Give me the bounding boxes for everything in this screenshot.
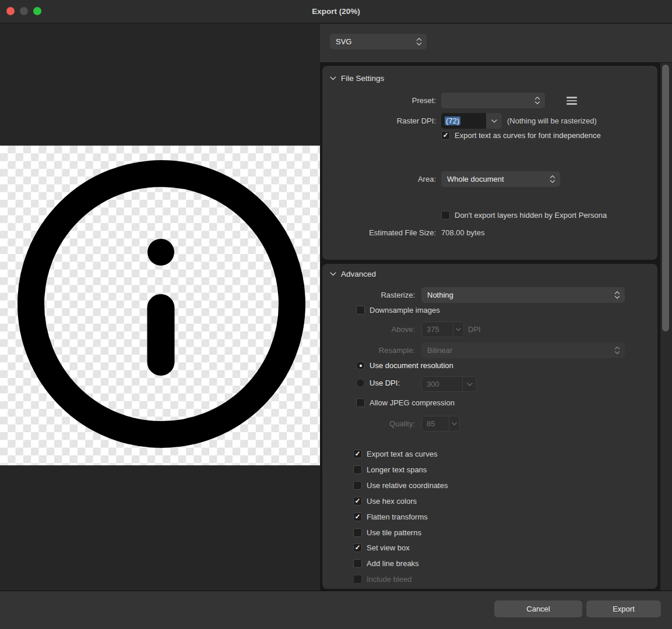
chevron-down-icon	[462, 377, 476, 391]
title-bar: Export (20%)	[0, 0, 672, 23]
advanced-section: Advanced Rasterize: Nothing Downsample i…	[322, 264, 657, 589]
option-row-use-hex-colors[interactable]: ✓Use hex colors	[353, 497, 417, 506]
advanced-title: Advanced	[341, 270, 376, 278]
radio[interactable]	[356, 361, 365, 370]
chevron-down-icon[interactable]	[485, 113, 502, 129]
checkbox[interactable]	[353, 465, 362, 474]
option-row-set-view-box[interactable]: ✓Set view box	[353, 543, 410, 552]
stepper-icon	[614, 291, 620, 299]
scrollbar-thumb[interactable]	[662, 65, 669, 331]
cancel-button[interactable]: Cancel	[494, 600, 582, 617]
radio[interactable]	[356, 379, 365, 387]
stepper-icon	[614, 346, 620, 355]
checkbox[interactable]	[353, 528, 362, 537]
estimated-size-value: 708.00 bytes	[441, 227, 484, 239]
stepper-icon	[550, 175, 555, 183]
use-dpi-radio-row[interactable]: Use DPI:	[356, 379, 400, 387]
estimated-size-label: Estimated File Size:	[322, 227, 436, 239]
chevron-down-icon	[449, 416, 459, 431]
hidden-layers-checkbox-row[interactable]: Don't export layers hidden by Export Per…	[441, 211, 607, 220]
dialog-footer: Cancel Export	[0, 591, 672, 629]
checkbox-label: Include bleed	[367, 575, 411, 584]
resample-label: Resample:	[322, 342, 415, 358]
checkbox-label: Use tile patterns	[367, 528, 421, 537]
above-value: 375	[422, 322, 453, 337]
window-title: Export (20%)	[0, 0, 672, 23]
chevron-down-icon	[453, 322, 463, 337]
checkbox[interactable]: ✓	[441, 131, 450, 140]
radio-label: Use DPI:	[370, 379, 400, 387]
export-text-curves-font-checkbox-row[interactable]: ✓ Export text as curves for font indepen…	[441, 131, 601, 140]
checkbox[interactable]: ✓	[353, 497, 362, 506]
checkbox[interactable]: ✓	[353, 543, 362, 552]
checkbox-label: Use relative coordinates	[367, 481, 448, 490]
format-select[interactable]: SVG	[330, 34, 427, 50]
file-settings-title: File Settings	[341, 74, 384, 83]
quality-combo: 85	[421, 416, 460, 432]
area-label: Area:	[322, 171, 436, 187]
quality-value: 85	[422, 416, 449, 431]
info-icon-artwork	[0, 146, 320, 465]
stepper-icon	[416, 37, 422, 46]
resample-select-value: Bilinear	[427, 346, 452, 355]
use-dpi-value: 300	[422, 377, 462, 391]
stepper-icon	[534, 96, 540, 105]
file-settings-header[interactable]: File Settings	[330, 73, 384, 83]
checkbox-label: Add line breaks	[367, 559, 419, 568]
downsample-images-checkbox-row[interactable]: Downsample images	[356, 306, 440, 314]
export-button[interactable]: Export	[586, 600, 661, 617]
chevron-down-icon	[330, 272, 336, 276]
quality-label: Quality:	[322, 416, 415, 432]
raster-note: (Nothing will be rasterized)	[507, 113, 597, 129]
transparency-checkerboard	[0, 146, 320, 465]
checkbox[interactable]: ✓	[353, 450, 362, 458]
file-settings-section: File Settings Preset: Raster DPI: (72) (…	[322, 66, 657, 260]
area-select-value: Whole document	[447, 175, 504, 183]
checkbox-label: Use hex colors	[367, 497, 417, 506]
checkbox-label: Don't export layers hidden by Export Per…	[455, 211, 607, 220]
rasterize-select-value: Nothing	[427, 291, 453, 299]
option-row-include-bleed: Include bleed	[353, 575, 411, 584]
preset-select[interactable]	[441, 93, 545, 108]
raster-dpi-combo[interactable]: (72)	[441, 113, 502, 129]
rasterize-label: Rasterize:	[322, 287, 415, 303]
option-row-use-tile-patterns[interactable]: Use tile patterns	[353, 528, 421, 537]
export-dialog: Export (20%) SVG File Settings Pr	[0, 0, 672, 629]
option-row-add-line-breaks[interactable]: Add line breaks	[353, 559, 419, 568]
advanced-header[interactable]: Advanced	[330, 268, 376, 279]
checkbox-label: Export text as curves	[367, 450, 437, 458]
preset-menu-icon[interactable]	[567, 97, 577, 105]
option-row-longer-text-spans[interactable]: Longer text spans	[353, 465, 427, 474]
above-unit-label: DPI	[468, 321, 481, 337]
checkbox[interactable]	[356, 398, 365, 407]
checkbox[interactable]: ✓	[353, 513, 362, 521]
rasterize-select[interactable]: Nothing	[421, 287, 625, 303]
export-settings-panel: SVG File Settings Preset: Raster DPI: (7…	[320, 24, 672, 591]
radio-label: Use document resolution	[370, 361, 453, 370]
above-label: Above:	[322, 321, 415, 337]
use-document-resolution-radio-row[interactable]: Use document resolution	[356, 361, 453, 370]
checkbox[interactable]	[356, 306, 365, 314]
export-preview-pane	[0, 24, 320, 591]
resample-select: Bilinear	[421, 342, 625, 358]
raster-dpi-label: Raster DPI:	[322, 113, 436, 129]
checkbox-label: Flatten transforms	[367, 513, 428, 521]
option-row-use-relative-coordinates[interactable]: Use relative coordinates	[353, 481, 448, 490]
option-row-export-text-as-curves[interactable]: ✓Export text as curves	[353, 450, 437, 458]
use-dpi-combo: 300	[421, 376, 477, 392]
format-select-value: SVG	[336, 37, 351, 46]
checkbox-label: Set view box	[367, 543, 410, 552]
checkbox[interactable]	[441, 211, 450, 220]
checkbox-label: Longer text spans	[367, 465, 427, 474]
above-combo: 375	[421, 321, 464, 337]
checkbox-label: Downsample images	[370, 306, 440, 314]
scrollbar-track[interactable]	[660, 63, 672, 591]
checkbox	[353, 575, 362, 584]
checkbox[interactable]	[353, 481, 362, 490]
area-select[interactable]: Whole document	[441, 171, 560, 187]
checkbox[interactable]	[353, 559, 362, 568]
option-row-flatten-transforms[interactable]: ✓Flatten transforms	[353, 513, 428, 521]
checkbox-label: Allow JPEG compression	[370, 398, 455, 407]
allow-jpeg-compression-checkbox-row[interactable]: Allow JPEG compression	[356, 398, 455, 407]
raster-dpi-value: (72)	[441, 113, 485, 129]
